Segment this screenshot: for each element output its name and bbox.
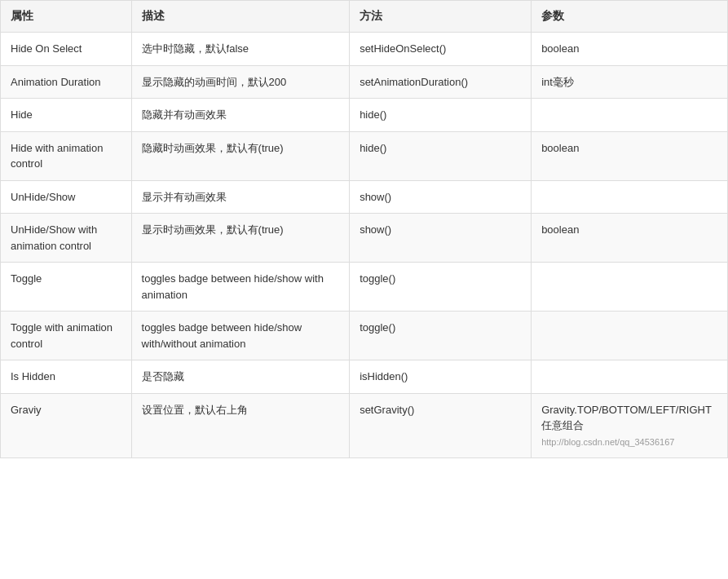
cell-param: [532, 99, 728, 132]
cell-method: hide(): [350, 99, 532, 132]
table-row: Hide On Select选中时隐藏，默认falsesetHideOnSele…: [1, 33, 728, 66]
table-row: Hide隐藏并有动画效果hide(): [1, 99, 728, 132]
cell-desc: 隐藏时动画效果，默认有(true): [131, 131, 350, 180]
cell-method: hide(): [350, 131, 532, 180]
cell-param: [532, 180, 728, 214]
cell-attr: Toggle: [1, 263, 132, 312]
cell-method: toggle(): [350, 312, 532, 360]
cell-param: boolean: [532, 214, 728, 263]
cell-desc: 是否隐藏: [131, 360, 350, 394]
header-param: 参数: [532, 1, 728, 33]
header-method: 方法: [350, 1, 532, 33]
cell-method: setHideOnSelect(): [350, 33, 532, 66]
cell-method: toggle(): [350, 263, 532, 312]
cell-method: show(): [350, 214, 532, 263]
cell-desc: 显示并有动画效果: [131, 180, 350, 214]
cell-param: boolean: [532, 131, 728, 180]
cell-desc: 显示隐藏的动画时间，默认200: [131, 65, 350, 99]
table-row: Is Hidden是否隐藏isHidden(): [1, 360, 728, 394]
cell-attr: UnHide/Show: [1, 180, 132, 214]
cell-attr: Toggle with animation control: [1, 312, 132, 360]
cell-method: setGravity(): [350, 393, 532, 458]
table-row: UnHide/Show with animation control显示时动画效…: [1, 214, 728, 263]
watermark: http://blog.csdn.net/qq_34536167: [541, 437, 674, 447]
cell-desc: 隐藏并有动画效果: [131, 99, 350, 132]
cell-param: int毫秒: [532, 65, 728, 99]
table-row: UnHide/Show显示并有动画效果show(): [1, 180, 728, 214]
header-attr: 属性: [1, 1, 132, 33]
cell-method: show(): [350, 180, 532, 214]
table-row: Hide with animation control隐藏时动画效果，默认有(t…: [1, 131, 728, 180]
cell-desc: toggles badge between hide/show with/wit…: [131, 312, 350, 360]
cell-param: boolean: [532, 33, 728, 66]
cell-param: [532, 263, 728, 312]
header-desc: 描述: [131, 1, 350, 33]
cell-attr: Hide On Select: [1, 33, 132, 66]
cell-desc: toggles badge between hide/show with ani…: [131, 263, 350, 312]
cell-param: [532, 360, 728, 394]
cell-desc: 选中时隐藏，默认false: [131, 33, 350, 66]
table-row: Toggletoggles badge between hide/show wi…: [1, 263, 728, 312]
cell-attr: Graviy: [1, 393, 132, 458]
cell-method: setAnimationDuration(): [350, 65, 532, 99]
cell-param: [532, 312, 728, 360]
cell-param: Gravity.TOP/BOTTOM/LEFT/RIGHT任意组合http://…: [532, 393, 728, 458]
cell-attr: Is Hidden: [1, 360, 132, 394]
table-row: Graviy设置位置，默认右上角setGravity()Gravity.TOP/…: [1, 393, 728, 458]
table-row: Toggle with animation controltoggles bad…: [1, 312, 728, 360]
cell-attr: Hide: [1, 99, 132, 132]
cell-desc: 设置位置，默认右上角: [131, 393, 350, 458]
cell-method: isHidden(): [350, 360, 532, 394]
table-row: Animation Duration显示隐藏的动画时间，默认200setAnim…: [1, 65, 728, 99]
cell-desc: 显示时动画效果，默认有(true): [131, 214, 350, 263]
cell-attr: UnHide/Show with animation control: [1, 214, 132, 263]
cell-attr: Hide with animation control: [1, 131, 132, 180]
cell-attr: Animation Duration: [1, 65, 132, 99]
